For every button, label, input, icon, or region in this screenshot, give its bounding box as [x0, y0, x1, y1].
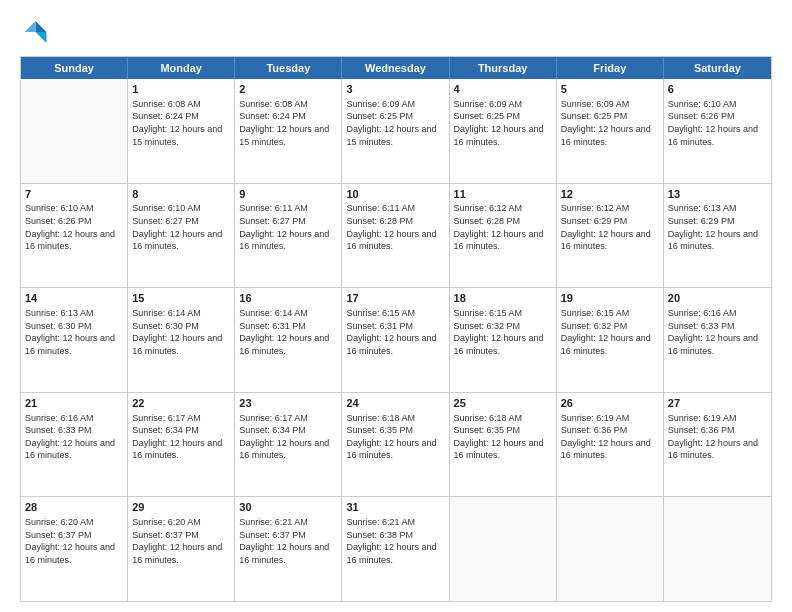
cell-info: Sunrise: 6:15 AM Sunset: 6:32 PM Dayligh…: [561, 307, 659, 357]
sunrise-label: Sunrise: 6:16 AM: [25, 413, 94, 423]
day-number: 1: [132, 82, 230, 97]
cell-info: Sunrise: 6:18 AM Sunset: 6:35 PM Dayligh…: [346, 412, 444, 462]
sunset-label: Sunset: 6:36 PM: [561, 425, 628, 435]
calendar-cell: 13 Sunrise: 6:13 AM Sunset: 6:29 PM Dayl…: [664, 184, 771, 288]
sunrise-label: Sunrise: 6:08 AM: [132, 99, 201, 109]
day-number: 28: [25, 500, 123, 515]
calendar-row: 28 Sunrise: 6:20 AM Sunset: 6:37 PM Dayl…: [21, 496, 771, 601]
calendar-cell: [557, 497, 664, 601]
calendar-cell: 22 Sunrise: 6:17 AM Sunset: 6:34 PM Dayl…: [128, 393, 235, 497]
daylight-label: Daylight: 12 hours and 16 minutes.: [561, 438, 651, 461]
sunset-label: Sunset: 6:35 PM: [346, 425, 413, 435]
daylight-label: Daylight: 12 hours and 16 minutes.: [454, 333, 544, 356]
day-number: 2: [239, 82, 337, 97]
daylight-label: Daylight: 12 hours and 16 minutes.: [239, 438, 329, 461]
day-number: 29: [132, 500, 230, 515]
calendar-cell: 9 Sunrise: 6:11 AM Sunset: 6:27 PM Dayli…: [235, 184, 342, 288]
calendar-cell: [450, 497, 557, 601]
daylight-label: Daylight: 12 hours and 16 minutes.: [346, 333, 436, 356]
calendar-cell: 7 Sunrise: 6:10 AM Sunset: 6:26 PM Dayli…: [21, 184, 128, 288]
calendar-cell: 12 Sunrise: 6:12 AM Sunset: 6:29 PM Dayl…: [557, 184, 664, 288]
daylight-label: Daylight: 12 hours and 16 minutes.: [132, 542, 222, 565]
sunset-label: Sunset: 6:27 PM: [239, 216, 306, 226]
cell-info: Sunrise: 6:16 AM Sunset: 6:33 PM Dayligh…: [25, 412, 123, 462]
cell-info: Sunrise: 6:09 AM Sunset: 6:25 PM Dayligh…: [346, 98, 444, 148]
weekday-header: Sunday: [21, 57, 128, 79]
sunset-label: Sunset: 6:34 PM: [239, 425, 306, 435]
logo: [20, 18, 52, 46]
daylight-label: Daylight: 12 hours and 16 minutes.: [25, 542, 115, 565]
day-number: 31: [346, 500, 444, 515]
daylight-label: Daylight: 12 hours and 16 minutes.: [668, 438, 758, 461]
sunrise-label: Sunrise: 6:11 AM: [239, 203, 308, 213]
calendar-cell: 20 Sunrise: 6:16 AM Sunset: 6:33 PM Dayl…: [664, 288, 771, 392]
day-number: 4: [454, 82, 552, 97]
daylight-label: Daylight: 12 hours and 16 minutes.: [25, 333, 115, 356]
daylight-label: Daylight: 12 hours and 16 minutes.: [454, 229, 544, 252]
calendar-row: 7 Sunrise: 6:10 AM Sunset: 6:26 PM Dayli…: [21, 183, 771, 288]
daylight-label: Daylight: 12 hours and 16 minutes.: [454, 438, 544, 461]
calendar-cell: 21 Sunrise: 6:16 AM Sunset: 6:33 PM Dayl…: [21, 393, 128, 497]
daylight-label: Daylight: 12 hours and 16 minutes.: [132, 333, 222, 356]
day-number: 21: [25, 396, 123, 411]
calendar-cell: [664, 497, 771, 601]
calendar-cell: 11 Sunrise: 6:12 AM Sunset: 6:28 PM Dayl…: [450, 184, 557, 288]
sunrise-label: Sunrise: 6:10 AM: [25, 203, 94, 213]
sunrise-label: Sunrise: 6:15 AM: [454, 308, 523, 318]
daylight-label: Daylight: 12 hours and 16 minutes.: [239, 542, 329, 565]
calendar-row: 1 Sunrise: 6:08 AM Sunset: 6:24 PM Dayli…: [21, 79, 771, 183]
day-number: 27: [668, 396, 767, 411]
cell-info: Sunrise: 6:11 AM Sunset: 6:27 PM Dayligh…: [239, 202, 337, 252]
day-number: 13: [668, 187, 767, 202]
cell-info: Sunrise: 6:21 AM Sunset: 6:37 PM Dayligh…: [239, 516, 337, 566]
day-number: 14: [25, 291, 123, 306]
daylight-label: Daylight: 12 hours and 16 minutes.: [561, 333, 651, 356]
cell-info: Sunrise: 6:10 AM Sunset: 6:27 PM Dayligh…: [132, 202, 230, 252]
cell-info: Sunrise: 6:12 AM Sunset: 6:28 PM Dayligh…: [454, 202, 552, 252]
cell-info: Sunrise: 6:10 AM Sunset: 6:26 PM Dayligh…: [668, 98, 767, 148]
daylight-label: Daylight: 12 hours and 16 minutes.: [346, 542, 436, 565]
sunrise-label: Sunrise: 6:14 AM: [132, 308, 201, 318]
day-number: 17: [346, 291, 444, 306]
sunset-label: Sunset: 6:29 PM: [668, 216, 735, 226]
daylight-label: Daylight: 12 hours and 16 minutes.: [668, 229, 758, 252]
weekday-header: Wednesday: [342, 57, 449, 79]
sunrise-label: Sunrise: 6:17 AM: [239, 413, 308, 423]
calendar-cell: 19 Sunrise: 6:15 AM Sunset: 6:32 PM Dayl…: [557, 288, 664, 392]
sunset-label: Sunset: 6:26 PM: [25, 216, 92, 226]
calendar-cell: 25 Sunrise: 6:18 AM Sunset: 6:35 PM Dayl…: [450, 393, 557, 497]
day-number: 30: [239, 500, 337, 515]
sunrise-label: Sunrise: 6:18 AM: [454, 413, 523, 423]
sunset-label: Sunset: 6:38 PM: [346, 530, 413, 540]
sunrise-label: Sunrise: 6:13 AM: [668, 203, 737, 213]
svg-marker-1: [36, 32, 47, 43]
day-number: 6: [668, 82, 767, 97]
cell-info: Sunrise: 6:13 AM Sunset: 6:29 PM Dayligh…: [668, 202, 767, 252]
day-number: 18: [454, 291, 552, 306]
day-number: 10: [346, 187, 444, 202]
sunset-label: Sunset: 6:32 PM: [561, 321, 628, 331]
calendar-cell: 23 Sunrise: 6:17 AM Sunset: 6:34 PM Dayl…: [235, 393, 342, 497]
cell-info: Sunrise: 6:21 AM Sunset: 6:38 PM Dayligh…: [346, 516, 444, 566]
cell-info: Sunrise: 6:09 AM Sunset: 6:25 PM Dayligh…: [454, 98, 552, 148]
sunset-label: Sunset: 6:28 PM: [454, 216, 521, 226]
sunset-label: Sunset: 6:34 PM: [132, 425, 199, 435]
weekday-header: Saturday: [664, 57, 771, 79]
daylight-label: Daylight: 12 hours and 15 minutes.: [346, 124, 436, 147]
cell-info: Sunrise: 6:20 AM Sunset: 6:37 PM Dayligh…: [25, 516, 123, 566]
sunrise-label: Sunrise: 6:11 AM: [346, 203, 415, 213]
sunset-label: Sunset: 6:29 PM: [561, 216, 628, 226]
cell-info: Sunrise: 6:08 AM Sunset: 6:24 PM Dayligh…: [239, 98, 337, 148]
daylight-label: Daylight: 12 hours and 16 minutes.: [668, 124, 758, 147]
calendar-header: SundayMondayTuesdayWednesdayThursdayFrid…: [21, 57, 771, 79]
cell-info: Sunrise: 6:13 AM Sunset: 6:30 PM Dayligh…: [25, 307, 123, 357]
calendar-cell: 10 Sunrise: 6:11 AM Sunset: 6:28 PM Dayl…: [342, 184, 449, 288]
calendar: SundayMondayTuesdayWednesdayThursdayFrid…: [20, 56, 772, 602]
cell-info: Sunrise: 6:14 AM Sunset: 6:30 PM Dayligh…: [132, 307, 230, 357]
weekday-header: Friday: [557, 57, 664, 79]
page: SundayMondayTuesdayWednesdayThursdayFrid…: [0, 0, 792, 612]
cell-info: Sunrise: 6:15 AM Sunset: 6:31 PM Dayligh…: [346, 307, 444, 357]
cell-info: Sunrise: 6:08 AM Sunset: 6:24 PM Dayligh…: [132, 98, 230, 148]
sunrise-label: Sunrise: 6:15 AM: [561, 308, 630, 318]
cell-info: Sunrise: 6:19 AM Sunset: 6:36 PM Dayligh…: [561, 412, 659, 462]
